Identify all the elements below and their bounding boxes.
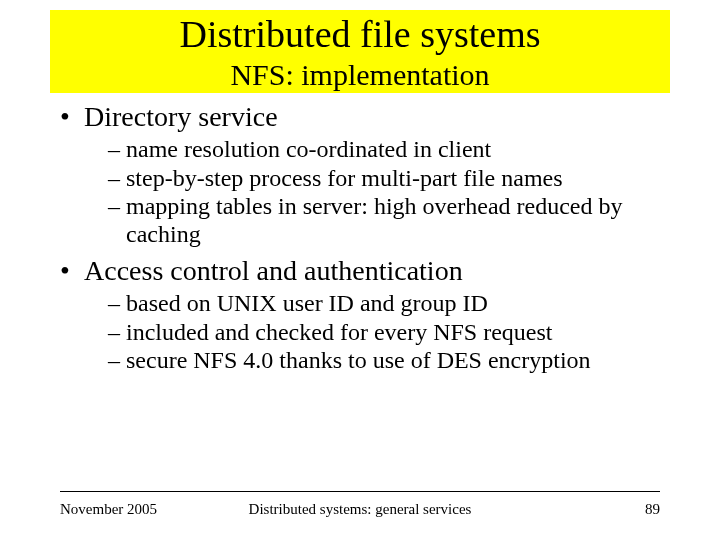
sub-marker: –	[108, 136, 126, 164]
sub-marker: –	[108, 290, 126, 318]
sub-marker: –	[108, 347, 126, 375]
sub-marker: –	[108, 319, 126, 347]
sub-list: – based on UNIX user ID and group ID – i…	[108, 289, 660, 375]
bullet-text: Directory service	[84, 101, 278, 133]
footer-title: Distributed systems: general services	[249, 501, 472, 518]
footer-date: November 2005	[60, 501, 157, 518]
sub-item: – secure NFS 4.0 thanks to use of DES en…	[108, 346, 660, 375]
sub-item: – based on UNIX user ID and group ID	[108, 289, 660, 318]
sub-text: secure NFS 4.0 thanks to use of DES encr…	[126, 346, 591, 374]
footer-divider	[60, 491, 660, 492]
footer-page-number: 89	[645, 501, 660, 518]
sub-text: step-by-step process for multi-part file…	[126, 164, 563, 192]
slide-title: Distributed file systems	[50, 14, 670, 56]
sub-text: included and checked for every NFS reque…	[126, 318, 553, 346]
sub-marker: –	[108, 165, 126, 193]
bullet-item: • Access control and authentication	[60, 255, 660, 287]
sub-item: – included and checked for every NFS req…	[108, 318, 660, 347]
bullet-marker: •	[60, 256, 84, 287]
slide-subtitle: NFS: implementation	[50, 58, 670, 91]
slide-content: • Directory service – name resolution co…	[0, 93, 720, 375]
sub-list: – name resolution co-ordinated in client…	[108, 135, 660, 249]
bullet-item: • Directory service	[60, 101, 660, 133]
sub-item: – name resolution co-ordinated in client	[108, 135, 660, 164]
sub-marker: –	[108, 193, 126, 221]
sub-text: based on UNIX user ID and group ID	[126, 289, 488, 317]
sub-text: name resolution co-ordinated in client	[126, 135, 491, 163]
slide-footer: November 2005 Distributed systems: gener…	[60, 501, 660, 518]
sub-item: – step-by-step process for multi-part fi…	[108, 164, 660, 193]
bullet-marker: •	[60, 102, 84, 133]
title-bar: Distributed file systems NFS: implementa…	[50, 10, 670, 93]
sub-item: – mapping tables in server: high overhea…	[108, 192, 660, 249]
sub-text: mapping tables in server: high overhead …	[126, 192, 660, 249]
bullet-text: Access control and authentication	[84, 255, 463, 287]
